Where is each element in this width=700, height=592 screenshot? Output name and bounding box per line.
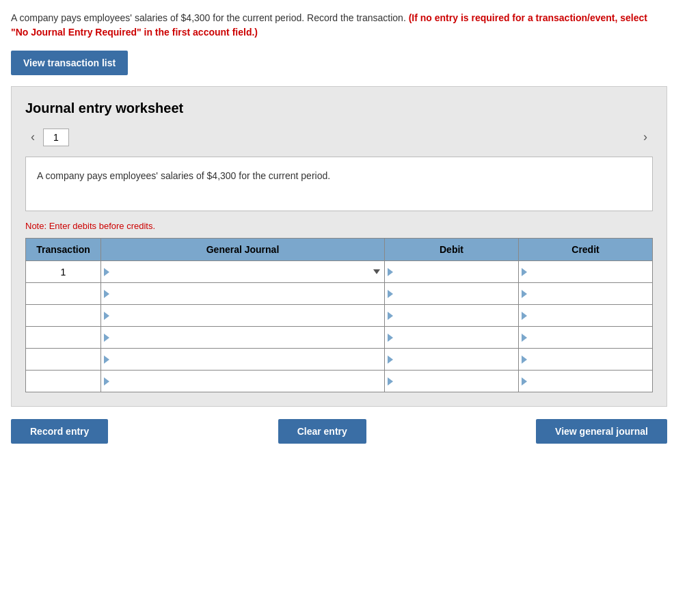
credit-left-arrow [522, 268, 527, 276]
credit-input[interactable] [527, 327, 652, 348]
buttons-row: Record entry Clear entry View general jo… [11, 419, 667, 444]
debit-left-arrow [388, 268, 393, 276]
cell-left-arrow [104, 355, 109, 364]
transaction-cell [26, 283, 101, 305]
cell-left-arrow [104, 268, 109, 276]
prev-arrow[interactable]: ‹ [25, 127, 40, 147]
credit-cell[interactable] [519, 305, 653, 327]
general-journal-cell[interactable] [101, 305, 385, 327]
description-box: A company pays employees' salaries of $4… [25, 157, 653, 211]
view-general-journal-button[interactable]: View general journal [536, 419, 667, 444]
transaction-cell [26, 349, 101, 371]
header-general-journal: General Journal [101, 239, 385, 261]
table-row [26, 305, 653, 327]
clear-entry-button[interactable]: Clear entry [278, 419, 366, 444]
credit-left-arrow [522, 355, 527, 364]
header-credit: Credit [519, 239, 653, 261]
view-transaction-button[interactable]: View transaction list [11, 51, 128, 75]
header-debit: Debit [385, 239, 519, 261]
general-journal-cell[interactable] [101, 371, 385, 392]
cell-left-arrow [104, 334, 109, 342]
general-journal-input[interactable] [109, 261, 373, 282]
credit-input[interactable] [527, 283, 652, 304]
table-row [26, 349, 653, 371]
debit-left-arrow [388, 290, 393, 298]
debit-cell[interactable] [385, 283, 519, 305]
credit-left-arrow [522, 290, 527, 298]
cell-left-arrow [104, 290, 109, 298]
instructions-main: A company pays employees' salaries of $4… [11, 12, 406, 23]
debit-cell[interactable] [385, 261, 519, 283]
nav-row: ‹ 1 › [25, 127, 653, 147]
cell-left-arrow [104, 312, 109, 320]
table-row [26, 283, 653, 305]
table-row: 1 [26, 261, 653, 283]
credit-input[interactable] [527, 349, 652, 370]
worksheet-title: Journal entry worksheet [25, 100, 653, 116]
debit-input[interactable] [393, 327, 518, 348]
debit-cell[interactable] [385, 305, 519, 327]
worksheet-container: Journal entry worksheet ‹ 1 › A company … [11, 86, 667, 407]
debit-cell[interactable] [385, 327, 519, 349]
transaction-cell: 1 [26, 261, 101, 283]
credit-cell[interactable] [519, 371, 653, 392]
general-journal-input[interactable] [109, 327, 384, 348]
credit-left-arrow [522, 312, 527, 320]
instructions: A company pays employees' salaries of $4… [11, 11, 667, 40]
transaction-cell [26, 305, 101, 327]
description-text: A company pays employees' salaries of $4… [37, 170, 330, 181]
debit-cell[interactable] [385, 371, 519, 392]
general-journal-input[interactable] [109, 371, 384, 392]
debit-input[interactable] [393, 371, 518, 392]
credit-cell[interactable] [519, 349, 653, 371]
record-entry-button[interactable]: Record entry [11, 419, 108, 444]
debit-left-arrow [388, 312, 393, 320]
credit-left-arrow [522, 334, 527, 342]
transaction-cell [26, 371, 101, 392]
page-tab: 1 [43, 129, 69, 146]
debit-cell[interactable] [385, 349, 519, 371]
credit-input[interactable] [527, 371, 652, 392]
general-journal-input[interactable] [109, 283, 384, 304]
debit-input[interactable] [393, 349, 518, 370]
credit-cell[interactable] [519, 261, 653, 283]
note-text: Note: Enter debits before credits. [25, 221, 653, 231]
debit-left-arrow [388, 355, 393, 364]
general-journal-input[interactable] [109, 305, 384, 326]
credit-input[interactable] [527, 261, 652, 282]
credit-cell[interactable] [519, 283, 653, 305]
general-journal-cell[interactable] [101, 261, 385, 283]
credit-left-arrow [522, 377, 527, 386]
debit-left-arrow [388, 334, 393, 342]
cell-left-arrow [104, 377, 109, 386]
table-row [26, 327, 653, 349]
debit-input[interactable] [393, 283, 518, 304]
debit-input[interactable] [393, 305, 518, 326]
dropdown-arrow-icon[interactable] [373, 269, 380, 274]
credit-input[interactable] [527, 305, 652, 326]
journal-table: Transaction General Journal Debit Credit… [25, 238, 653, 392]
general-journal-cell[interactable] [101, 349, 385, 371]
transaction-cell [26, 327, 101, 349]
debit-left-arrow [388, 377, 393, 386]
table-row [26, 371, 653, 392]
next-arrow[interactable]: › [638, 127, 653, 147]
debit-input[interactable] [393, 261, 518, 282]
header-transaction: Transaction [26, 239, 101, 261]
credit-cell[interactable] [519, 327, 653, 349]
general-journal-input[interactable] [109, 349, 384, 370]
general-journal-cell[interactable] [101, 327, 385, 349]
general-journal-cell[interactable] [101, 283, 385, 305]
